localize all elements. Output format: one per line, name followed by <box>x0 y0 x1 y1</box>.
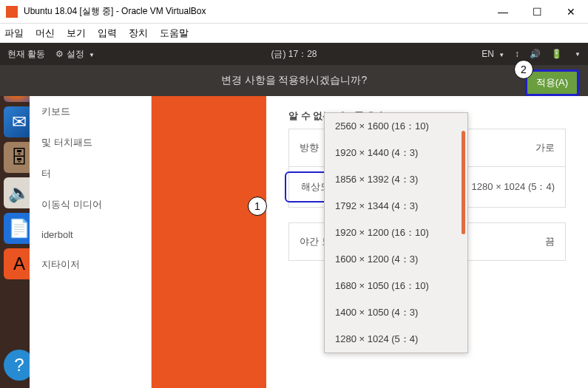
close-button[interactable]: ✕ <box>554 0 588 24</box>
sidebar-item-keyboard[interactable]: 키보드 <box>30 96 151 127</box>
menu-help[interactable]: 도움말 <box>160 27 189 40</box>
sidebar-item-removable-media[interactable]: 이동식 미디어 <box>30 189 151 220</box>
menu-view[interactable]: 보기 <box>67 27 86 40</box>
dropdown-option[interactable]: 1792 × 1344 (4：3) <box>325 193 467 219</box>
dialog-header: 변경 사항을 적용하시겠습니까? 적용(A) <box>0 65 588 96</box>
dropdown-option[interactable]: 1920 × 1440 (4：3) <box>325 140 467 166</box>
menu-input[interactable]: 입력 <box>98 27 117 40</box>
chevron-down-icon: ▼ <box>89 52 95 58</box>
network-icon[interactable]: ↕ <box>515 49 519 59</box>
volume-icon[interactable]: 🔊 <box>530 49 541 59</box>
sidebar-item-touchpad[interactable]: 및 터치패드 <box>30 127 151 158</box>
dropdown-option[interactable]: 1280 × 1024 (5：4) <box>325 326 467 353</box>
dropdown-option[interactable]: 1856 × 1392 (4：3) <box>325 166 467 193</box>
orientation-value: 가로 <box>535 141 555 154</box>
virtualbox-menubar: 파일 머신 보기 입력 장치 도움말 <box>0 24 588 43</box>
dropdown-option[interactable]: 1680 × 1050 (16：10) <box>325 273 467 299</box>
nightmode-value: 끔 <box>545 235 555 248</box>
clock[interactable]: (금) 17：28 <box>271 48 317 61</box>
sidebar-item-wacom[interactable]: 지타이저 <box>30 249 151 280</box>
sidebar-item-thunderbolt[interactable]: iderbolt <box>30 220 151 249</box>
dropdown-scrollbar[interactable] <box>462 131 465 234</box>
main-area: ✉ 🗄 🔈 📄 A ? 플레이 키보드 및 터치패드 터 이동식 미디어 ide… <box>0 65 588 388</box>
settings-app-menu[interactable]: ⚙ 설정 ▼ <box>55 48 95 61</box>
settings-sidebar: 플레이 키보드 및 터치패드 터 이동식 미디어 iderbolt 지타이저 <box>30 65 152 388</box>
input-language[interactable]: EN ▼ <box>481 49 504 59</box>
callout-2: 2 <box>514 60 533 79</box>
dropdown-option[interactable]: 1600 × 1200 (4：3) <box>325 246 467 273</box>
callout-1: 1 <box>248 197 267 216</box>
activities-button[interactable]: 현재 활동 <box>7 48 45 61</box>
chevron-down-icon: ▼ <box>499 52 504 58</box>
host-titlebar: Ubuntu 18.04 [실행 중] - Oracle VM VirtualB… <box>0 0 588 24</box>
dropdown-option[interactable]: 1920 × 1200 (16：10) <box>325 219 467 246</box>
ubuntu-topbar: 현재 활동 ⚙ 설정 ▼ (금) 17：28 EN ▼ ↕ 🔊 🔋 ▼ <box>0 43 588 65</box>
window-title: Ubuntu 18.04 [실행 중] - Oracle VM VirtualB… <box>24 5 486 18</box>
minimize-button[interactable]: — <box>486 0 520 24</box>
menu-machine[interactable]: 머신 <box>36 27 55 40</box>
apply-button[interactable]: 적용(A) <box>525 69 579 96</box>
orientation-label: 방향 <box>300 141 319 154</box>
menu-devices[interactable]: 장치 <box>129 27 148 40</box>
maximize-button[interactable]: ☐ <box>520 0 554 24</box>
resolution-dropdown[interactable]: 2560 × 1600 (16：10) 1920 × 1440 (4：3) 18… <box>324 112 468 353</box>
battery-icon[interactable]: 🔋 <box>551 49 562 59</box>
gear-icon: ⚙ <box>55 49 64 59</box>
dropdown-option[interactable]: 2560 × 1600 (16：10) <box>325 113 467 140</box>
dropdown-option[interactable]: 1400 × 1050 (4：3) <box>325 299 467 326</box>
system-menu-icon[interactable]: ▼ <box>575 51 581 58</box>
dialog-title: 변경 사항을 적용하시겠습니까? <box>221 74 368 87</box>
virtualbox-icon <box>6 6 18 18</box>
resolution-value: 1280 × 1024 (5：4) <box>472 180 555 194</box>
menu-file[interactable]: 파일 <box>4 27 24 40</box>
sidebar-item-printer[interactable]: 터 <box>30 158 151 189</box>
